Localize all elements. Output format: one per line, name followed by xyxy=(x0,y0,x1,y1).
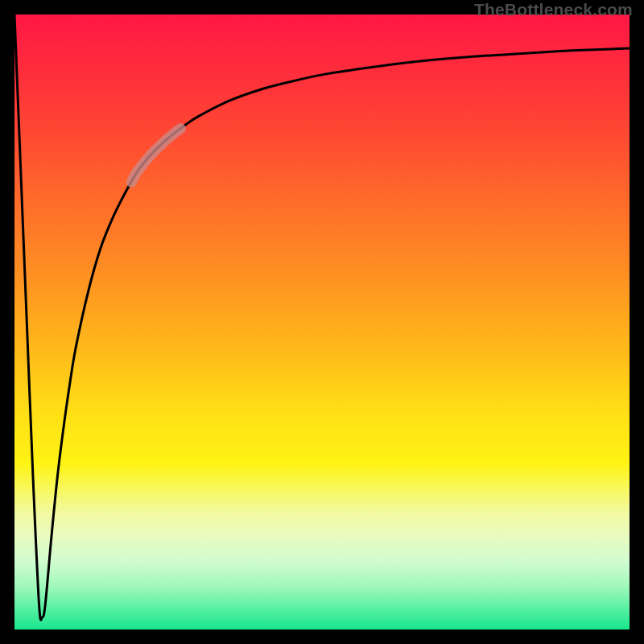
curve-layer xyxy=(14,14,630,630)
chart-frame: TheBottleneck.com xyxy=(0,0,644,644)
highlight-segment xyxy=(131,129,180,182)
bottleneck-curve xyxy=(14,14,630,620)
watermark-text: TheBottleneck.com xyxy=(474,0,633,19)
